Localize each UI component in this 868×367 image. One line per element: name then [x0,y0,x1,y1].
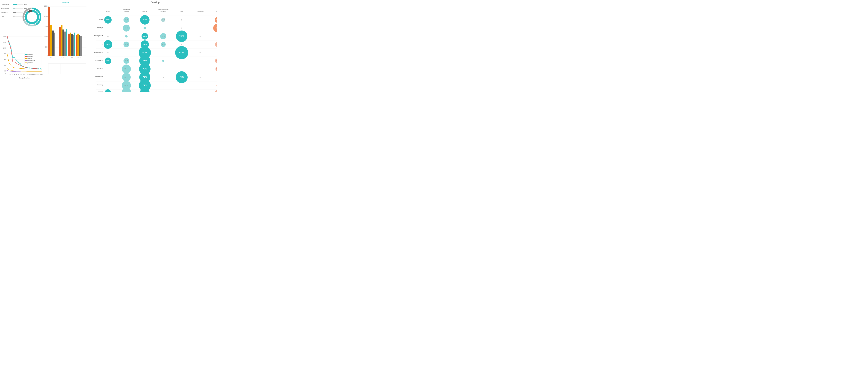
bar [51,25,52,56]
row-neckermann: neckermann [94,51,103,53]
bubble-trivago-sitelink [140,88,150,92]
svg-text:500: 500 [45,46,48,48]
bubble-text: 26 % [216,43,217,45]
bubble-text: 87 % [179,52,184,54]
line-chart-x-title: Google Position [19,77,30,79]
donut-section: Last minute 43 % All inclusive 25 % Prom… [1,2,42,34]
svg-text:5: 5 [14,74,15,75]
bubble-dreamtours-location [163,77,164,78]
bubble-text: 78 % [143,84,147,86]
trivago-row: trivago 37 % 60 % 61 % 27 % [90,88,217,92]
bubble-neckermann-price [107,52,108,53]
svg-rect-102 [79,35,80,56]
svg-text:6: 6 [16,74,17,75]
legend-bar-fill [13,16,14,17]
col-label-price: price [106,10,110,12]
trivago-svg: trivago 37 % 60 % 61 % 27 % [90,88,217,92]
svg-text:express: express [50,46,52,50]
legend-label: All inclusive [1,7,12,9]
bubble-text: 78 % [180,76,184,78]
svg-text:11: 11 [25,74,26,75]
svg-text:1200: 1200 [3,41,6,43]
bubble-trivago-structured [122,88,131,92]
svg-text:2500: 2500 [44,5,48,7]
svg-text:800: 800 [4,53,6,55]
bar-chart-svg: wikipedia 2500 2000 1500 1000 500 0 [43,1,88,89]
svg-text:bbc: bbc [52,48,53,50]
bubble-text: 26 % [216,60,217,61]
svg-text:7: 7 [18,74,19,75]
svg-text:2: 2 [9,74,9,75]
svg-text:cottonon: cottonon [27,54,33,55]
bubble-text: 55 % [125,68,128,70]
bubble-text: 32 % [125,19,128,21]
legend-bar-fill [13,4,17,5]
svg-text:1400: 1400 [3,36,6,37]
svg-text:0: 0 [47,55,48,56]
donut-chart [22,2,42,32]
desktop-title: Desktop [90,1,217,4]
col-label-location2: location [161,11,166,12]
bubble-travelplanet-promotion [200,36,201,37]
bubble-coraltravel-location [162,60,164,62]
legend-bar-fill [13,12,16,13]
legend-bar-track [13,16,23,17]
legend-label: Promotion [1,11,12,13]
row-dreamtours: dreamtours [95,76,103,78]
bubble-text: 81 % [143,52,147,54]
bubble-travelplanet-structured [125,35,128,37]
row-booking: booking [97,84,103,86]
bubble-text: 33 % [125,60,128,61]
svg-rect-98 [73,35,74,56]
bubble-text: 72 % [143,76,147,78]
svg-text:10: 10 [23,74,25,75]
middle-panel: wikipedia 2500 2000 1500 1000 500 0 [43,0,88,92]
bubble-wakacje-sitelink [144,27,146,29]
svg-text:17: 17 [36,74,37,75]
legend-bar-track [13,12,23,13]
bubble-text: 47 % [106,19,110,21]
bar [54,33,55,56]
line-chart-section: 1400 1200 1000 800 600 400 200 0 1 2 3 4… [1,34,42,90]
bubble-text: 32 % [125,43,128,45]
line-chart-svg: 1400 1200 1000 800 600 400 200 0 1 2 3 4… [1,34,43,80]
svg-rect-91 [61,25,62,56]
right-panel: Desktop price structured snippet sitelin… [88,0,217,92]
bubble-text: 34 % [162,35,165,37]
legend-bar-track [13,4,23,5]
bubble-text: 26 % [162,43,165,45]
svg-text:12: 12 [27,74,28,75]
row-trivago: trivago [98,91,103,92]
svg-text:400: 400 [4,64,6,66]
bubble-text: 23 % [162,19,165,21]
svg-text:10-12: 10-12 [78,57,81,58]
svg-text:4-6: 4-6 [61,57,63,58]
svg-text:15: 15 [32,74,34,75]
row-coraltravel: coraltravel [95,59,103,61]
svg-text:independent: independent [48,44,49,50]
svg-text:200: 200 [4,70,6,72]
svg-rect-93 [64,32,66,56]
col-label-structured-snippet: structured [123,9,130,11]
col-label-promotion: promotion [197,10,204,12]
svg-rect-92 [62,30,64,56]
bar [52,31,54,56]
svg-rect-99 [74,33,75,56]
svg-text:1: 1 [7,74,7,75]
legend-bar-fill [13,8,16,9]
bubble-travelplanet-price [107,36,108,37]
bubble-text: 35 % [143,35,147,37]
bubble-itaka-call [181,19,182,21]
bubble-text: 29 % [216,19,217,21]
legend-label: Last minute [1,4,12,5]
col-label-location: location/affiliate [158,9,168,11]
col-label-sitelink: sitelink [143,10,147,12]
svg-rect-96 [70,33,71,56]
bubble-chart-svg: price structured snippet sitelink locati… [90,4,217,91]
bubble-text: 43 % [125,27,128,29]
col-label-structured-snippet2: snippet [124,11,129,12]
bubble-travelplanet-none [217,36,217,37]
bubble-text: 74 % [143,60,147,62]
bubble-text: 75 % [143,68,147,70]
bar [48,6,49,7]
